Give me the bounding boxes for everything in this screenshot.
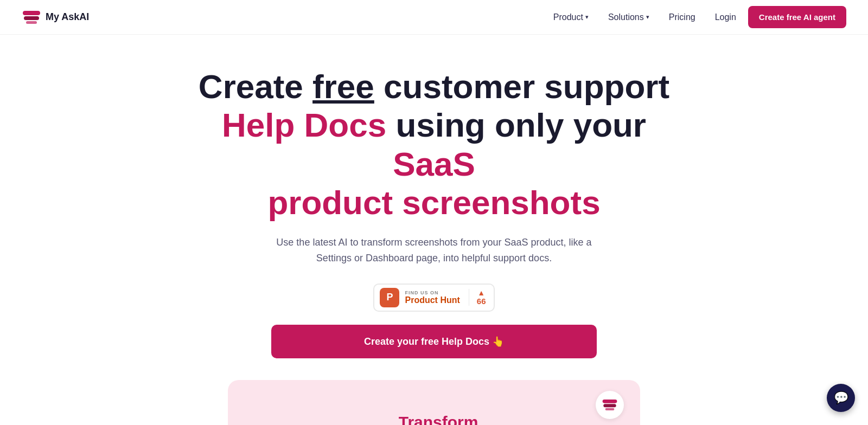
product-hunt-name: Product Hunt bbox=[405, 295, 459, 305]
demo-center: Transform screenshots into Help Docs → bbox=[387, 402, 489, 425]
hero-title: Create free customer support Help Docs u… bbox=[190, 67, 678, 222]
nav-item-login[interactable]: Login bbox=[707, 8, 744, 27]
nav-item-pricing[interactable]: Pricing bbox=[661, 8, 703, 27]
logo-icon bbox=[22, 10, 41, 25]
svg-rect-4 bbox=[603, 404, 616, 407]
header: My AskAI Product ▾ Solutions ▾ Pricing L… bbox=[0, 0, 868, 35]
product-dropdown-icon: ▾ bbox=[585, 14, 589, 21]
demo-section: Hello, Anna! Track and manage your posts… bbox=[228, 380, 640, 425]
main-nav: Product ▾ Solutions ▾ Pricing Login Crea… bbox=[546, 6, 846, 28]
product-hunt-votes: ▲ 66 bbox=[469, 289, 486, 306]
product-hunt-logo: P bbox=[380, 288, 399, 307]
demo-transform-text: Transform screenshots into Help Docs bbox=[387, 402, 489, 425]
product-hunt-vote-count: 66 bbox=[477, 297, 486, 306]
nav-cta-button[interactable]: Create free AI agent bbox=[748, 6, 846, 28]
logo[interactable]: My AskAI bbox=[22, 10, 89, 25]
chat-button[interactable]: 💬 bbox=[827, 384, 855, 412]
product-hunt-text: FIND US ON Product Hunt bbox=[405, 290, 459, 305]
hero-subtitle: Use the latest AI to transform screensho… bbox=[271, 235, 597, 266]
logo-text: My AskAI bbox=[46, 11, 89, 23]
product-hunt-arrow-icon: ▲ bbox=[477, 289, 485, 297]
nav-item-product[interactable]: Product ▾ bbox=[546, 8, 596, 27]
svg-rect-5 bbox=[605, 408, 615, 410]
hero-section: Create free customer support Help Docs u… bbox=[0, 35, 868, 425]
svg-rect-2 bbox=[26, 21, 37, 24]
demo-logo-badge bbox=[596, 391, 624, 419]
chat-icon: 💬 bbox=[834, 391, 848, 405]
hero-cta-button[interactable]: Create your free Help Docs 👆 bbox=[271, 325, 597, 358]
svg-rect-3 bbox=[603, 400, 617, 403]
svg-rect-0 bbox=[23, 11, 40, 15]
svg-rect-1 bbox=[24, 16, 39, 20]
product-hunt-badge[interactable]: P FIND US ON Product Hunt ▲ 66 bbox=[373, 284, 494, 312]
product-hunt-find-us-label: FIND US ON bbox=[405, 290, 438, 295]
solutions-dropdown-icon: ▾ bbox=[646, 14, 649, 21]
nav-item-solutions[interactable]: Solutions ▾ bbox=[601, 8, 657, 27]
